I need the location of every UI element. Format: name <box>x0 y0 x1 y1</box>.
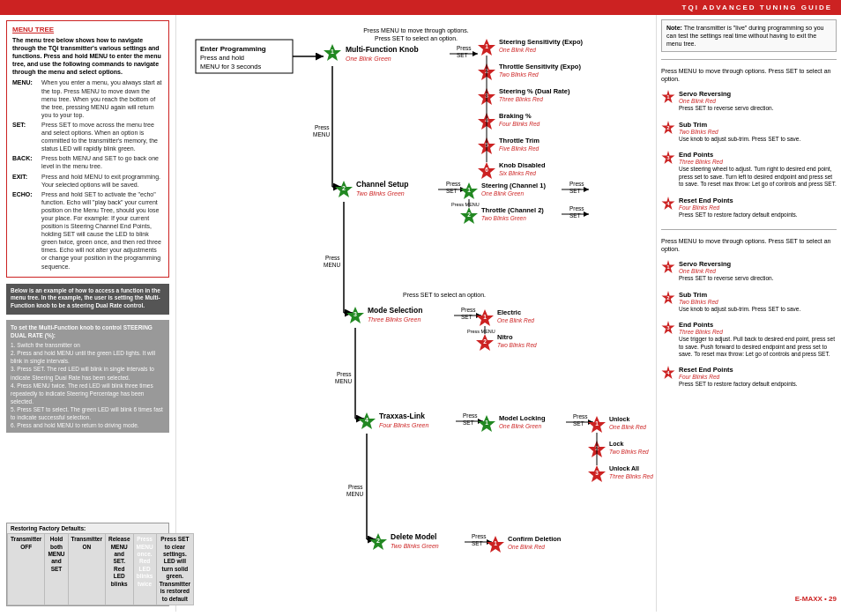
example-box: Below is an example of how to access a f… <box>6 284 169 315</box>
svg-text:SET: SET <box>573 420 584 427</box>
menu-tree-intro: The menu tree below shows how to navigat… <box>12 36 163 76</box>
right-node-label-end-pts-2: End Points <box>679 321 837 329</box>
svg-text:Electric: Electric <box>497 308 521 316</box>
svg-text:MENU: MENU <box>346 491 363 497</box>
right-node-label-end-pts-1: End Points <box>679 151 837 159</box>
restore-col-5: Press MENU once. Red LED blinks twice <box>133 534 156 605</box>
starburst-1: 1 <box>661 90 675 104</box>
header-title: TQi ADVANCED TUNING GUIDE <box>682 4 832 11</box>
svg-text:Traxxas-Link: Traxxas-Link <box>379 412 425 420</box>
svg-text:One Blink Red: One Blink Red <box>499 47 536 53</box>
svg-text:Throttle Sensitivity (Expo): Throttle Sensitivity (Expo) <box>499 63 581 71</box>
svg-text:1: 1 <box>467 187 471 193</box>
svg-text:Unlock All: Unlock All <box>609 465 639 471</box>
restore-col-4: Release MENU and SET. Red LED blinks <box>105 534 133 605</box>
svg-text:2: 2 <box>467 212 471 218</box>
starburst-2-4: 4 <box>661 366 675 380</box>
starburst-2-1: 1 <box>661 260 675 274</box>
step-1: 1. Switch the transmitter on <box>11 341 165 349</box>
svg-text:Five Blinks Red: Five Blinks Red <box>499 145 540 152</box>
right-node-servo-rev-1: 1 Servo Reversing One Blink Red Press SE… <box>661 90 837 112</box>
right-node-sub-trim-2: 2 Sub Trim Two Blinks Red Use knob to ad… <box>661 291 837 313</box>
right-node-label-reset-ep-2: Reset End Points <box>679 366 837 374</box>
step-4: 4. Press MENU twice. The red LED will bl… <box>11 382 165 405</box>
right-node-sub-trim-1: 2 Sub Trim Two Blinks Red Use knob to ad… <box>661 121 837 143</box>
svg-text:Press: Press <box>446 181 461 187</box>
svg-text:Press: Press <box>569 205 584 212</box>
svg-text:MENU for 3 seconds: MENU for 3 seconds <box>200 63 261 71</box>
right-node-info-end-pts-1: End Points Three Blinks Red Use steering… <box>679 151 837 188</box>
svg-text:Press: Press <box>457 45 472 51</box>
svg-text:2: 2 <box>483 338 487 345</box>
restore-section: Restoring Factory Defaults: Transmitter … <box>6 523 169 606</box>
svg-text:1: 1 <box>485 419 488 426</box>
svg-text:Press MENU: Press MENU <box>467 329 495 334</box>
right-node-reset-ep-1: 4 Reset End Points Four Blinks Red Press… <box>661 197 837 219</box>
menu-term-desc-menu: When you enter a menu, you always start … <box>41 78 163 118</box>
note-box: Note: The transmitter is "live" during p… <box>661 19 837 52</box>
right-node-desc-reset-ep-1: Press SET to restore factory default end… <box>679 212 837 219</box>
svg-text:Four Blinks Red: Four Blinks Red <box>499 121 540 127</box>
restore-col-1: Transmitter OFF <box>8 534 45 605</box>
right-node-servo-rev-2: 1 Servo Reversing One Blink Red Press SE… <box>661 260 837 282</box>
restore-col-2: Hold both MENU and SET <box>45 534 68 605</box>
step-5: 5. Press SET to select. The green LED wi… <box>11 405 165 421</box>
svg-text:Press: Press <box>472 533 487 539</box>
svg-text:3: 3 <box>354 311 357 317</box>
menu-term-desc-exit: Press and hold MENU to exit programming.… <box>41 173 163 189</box>
restore-col-3: Transmitter ON <box>68 534 105 605</box>
right-node-desc-servo-rev-2: Press SET to reverse servo direction. <box>679 275 837 282</box>
starburst-2-2: 2 <box>661 291 675 305</box>
right-node-sub-sub-trim-1: Two Blinks Red <box>679 129 837 135</box>
svg-text:SET: SET <box>569 188 581 194</box>
svg-text:1: 1 <box>485 43 488 49</box>
svg-text:MENU: MENU <box>324 262 340 268</box>
svg-text:Two Blinks Green: Two Blinks Green <box>391 543 439 549</box>
svg-text:1: 1 <box>595 420 599 427</box>
svg-text:1: 1 <box>494 540 497 546</box>
svg-text:Press SET to select an option.: Press SET to select an option. <box>375 35 458 42</box>
right-node-info-sub-trim-1: Sub Trim Two Blinks Red Use knob to adju… <box>679 121 837 143</box>
svg-text:Press: Press <box>348 484 363 490</box>
svg-text:Press: Press <box>463 412 478 419</box>
svg-text:Nitro: Nitro <box>497 333 513 341</box>
svg-text:MENU: MENU <box>335 378 352 384</box>
svg-text:1: 1 <box>483 314 487 320</box>
header: TQi ADVANCED TUNING GUIDE <box>0 0 841 15</box>
menu-tree-box: MENU TREE The menu tree below shows how … <box>6 20 169 278</box>
svg-text:One Blink Green: One Blink Green <box>346 56 391 62</box>
svg-text:One Blink Green: One Blink Green <box>499 423 541 429</box>
svg-text:One Blink Red: One Blink Red <box>508 544 545 550</box>
svg-text:Three Blinks Green: Three Blinks Green <box>368 316 420 323</box>
svg-text:6: 6 <box>485 167 488 173</box>
right-node-desc-reset-ep-2: Press SET to restore factory default end… <box>679 381 837 388</box>
example-title: Below is an example of how to access a f… <box>11 287 165 309</box>
left-sidebar: MENU TREE The menu tree below shows how … <box>0 15 176 612</box>
svg-text:Two Blinks Red: Two Blinks Red <box>609 449 649 455</box>
svg-text:Press: Press <box>315 124 330 130</box>
svg-text:Channel Setup: Channel Setup <box>356 180 409 189</box>
svg-text:Steering (Channel 1): Steering (Channel 1) <box>481 182 546 189</box>
right-sidebar: Note: The transmitter is "live" during p… <box>656 15 841 612</box>
dual-rate-box: To set the Multi-Function knob to contro… <box>6 320 169 433</box>
restore-title: Restoring Factory Defaults: <box>7 523 168 533</box>
svg-text:Three Blinks Red: Three Blinks Red <box>499 96 543 102</box>
section1-intro: Press MENU to move through options. Pres… <box>661 67 837 83</box>
right-node-desc-servo-rev-1: Press SET to reverse servo direction. <box>679 105 837 112</box>
center-content: Enter Programming Press and hold MENU fo… <box>176 15 656 612</box>
divider-2 <box>661 229 837 230</box>
svg-text:One Blink Green: One Blink Green <box>481 190 524 197</box>
menu-term-label-echo: ECHO: <box>12 190 39 271</box>
right-node-label-reset-ep-1: Reset End Points <box>679 197 837 204</box>
svg-text:Throttle (Channel 2): Throttle (Channel 2) <box>481 206 544 214</box>
page-number: E-MAXX • 29 <box>795 595 837 603</box>
svg-text:4: 4 <box>365 417 368 423</box>
menu-term-label-exit: EXIT: <box>12 173 39 189</box>
menu-term-desc-echo: Press and hold SET to activate the "echo… <box>41 190 163 271</box>
menu-term-desc-back: Press both MENU and SET to go back one l… <box>41 154 163 170</box>
svg-text:Unlock: Unlock <box>609 416 629 422</box>
menu-term-desc-set: Press SET to move across the menu tree a… <box>41 121 163 152</box>
right-node-info-end-pts-2: End Points Three Blinks Red Use trigger … <box>679 321 837 358</box>
svg-text:1: 1 <box>331 48 334 55</box>
svg-text:Throttle Trim: Throttle Trim <box>499 137 540 145</box>
